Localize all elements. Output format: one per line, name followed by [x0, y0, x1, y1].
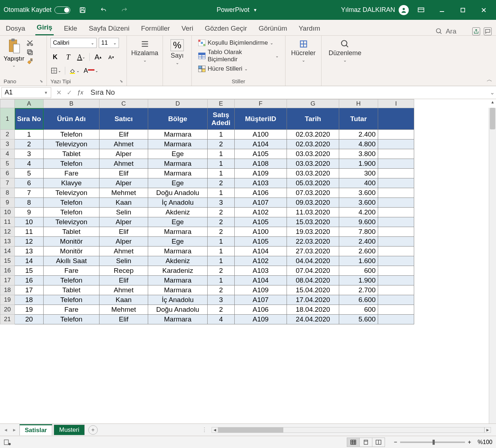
- cell-D10[interactable]: Akdeniz: [148, 208, 208, 217]
- cell-D18[interactable]: Marmara: [148, 285, 208, 295]
- cell-I3[interactable]: [378, 139, 414, 149]
- cell-A18[interactable]: 17: [15, 285, 44, 295]
- cell-I2[interactable]: [378, 130, 414, 139]
- cell-H2[interactable]: 2.400: [339, 130, 378, 139]
- font-color-button[interactable]: A⌄: [83, 66, 98, 75]
- page-layout-view-button[interactable]: [359, 438, 372, 447]
- vertical-scrollbar[interactable]: ▲: [489, 108, 496, 423]
- cell-A11[interactable]: 10: [15, 217, 44, 227]
- cell-B19[interactable]: Telefon: [44, 295, 99, 305]
- zoom-out-button[interactable]: −: [394, 439, 397, 445]
- cell-I17[interactable]: [378, 276, 414, 285]
- row-header-12[interactable]: 12: [0, 227, 15, 237]
- cell-F20[interactable]: A106: [235, 305, 287, 315]
- cell-I15[interactable]: [378, 256, 414, 266]
- cell-D12[interactable]: Marmara: [148, 227, 208, 237]
- header-cell-mid[interactable]: MüşteriID: [235, 108, 287, 130]
- cell-E18[interactable]: 2: [208, 285, 235, 295]
- cell-H4[interactable]: 3.800: [339, 149, 378, 159]
- cell-C18[interactable]: Ahmet: [99, 285, 148, 295]
- cell-H11[interactable]: 9.600: [339, 217, 378, 227]
- cell-I7[interactable]: [378, 178, 414, 188]
- clipboard-launcher[interactable]: ⬊: [40, 79, 43, 84]
- copy-button[interactable]: [26, 49, 34, 56]
- cell-F16[interactable]: A103: [235, 266, 287, 276]
- cell-G12[interactable]: 19.03.2020: [287, 227, 339, 237]
- maximize-button[interactable]: [454, 4, 471, 16]
- cell-H7[interactable]: 400: [339, 178, 378, 188]
- cell-B5[interactable]: Telefon: [44, 159, 99, 169]
- header-cell-sira[interactable]: Sıra No: [15, 108, 44, 130]
- format-painter-button[interactable]: [26, 58, 34, 65]
- cell-C19[interactable]: Kaan: [99, 295, 148, 305]
- cell-A14[interactable]: 13: [15, 247, 44, 256]
- col-header-A[interactable]: A: [15, 99, 44, 108]
- cell-C2[interactable]: Elif: [99, 130, 148, 139]
- font-size-combo[interactable]: 11⌄: [99, 38, 119, 48]
- sheet-tab-satislar[interactable]: Satislar: [19, 424, 52, 435]
- row-header-21[interactable]: 21: [0, 315, 15, 324]
- cancel-formula-button[interactable]: ✕: [56, 89, 62, 97]
- row-header-1[interactable]: 1: [0, 108, 15, 130]
- minimize-button[interactable]: [433, 4, 451, 16]
- cell-B2[interactable]: Telefon: [44, 130, 99, 139]
- cell-C11[interactable]: Alper: [99, 217, 148, 227]
- cell-G15[interactable]: 04.04.2020: [287, 256, 339, 266]
- cell-C16[interactable]: Recep: [99, 266, 148, 276]
- horizontal-scrollbar[interactable]: ◄►: [212, 427, 491, 433]
- cell-G18[interactable]: 15.04.2020: [287, 285, 339, 295]
- cell-G6[interactable]: 03.03.2020: [287, 169, 339, 178]
- col-header-G[interactable]: G: [287, 99, 339, 108]
- cell-A19[interactable]: 18: [15, 295, 44, 305]
- cell-C4[interactable]: Alper: [99, 149, 148, 159]
- cell-I14[interactable]: [378, 247, 414, 256]
- cell-D2[interactable]: Marmara: [148, 130, 208, 139]
- cell-G14[interactable]: 27.03.2020: [287, 247, 339, 256]
- cell-I19[interactable]: [378, 295, 414, 305]
- cell-G17[interactable]: 08.04.2020: [287, 276, 339, 285]
- cell-B17[interactable]: Telefon: [44, 276, 99, 285]
- undo-button[interactable]: [95, 4, 112, 16]
- cell-G10[interactable]: 11.03.2020: [287, 208, 339, 217]
- tab-help[interactable]: Yardım: [297, 22, 322, 35]
- cell-D9[interactable]: İç Anadolu: [148, 198, 208, 208]
- cell-E2[interactable]: 1: [208, 130, 235, 139]
- cell-C15[interactable]: Selin: [99, 256, 148, 266]
- record-macro-button[interactable]: [4, 439, 11, 445]
- paste-dropdown-icon[interactable]: ⌄: [12, 63, 15, 68]
- title-dropdown-icon[interactable]: ▼: [253, 8, 257, 13]
- tab-layout[interactable]: Sayfa Düzeni: [87, 22, 131, 35]
- tab-home[interactable]: Giriş: [35, 21, 54, 35]
- cell-G7[interactable]: 05.03.2020: [287, 178, 339, 188]
- cell-H5[interactable]: 1.900: [339, 159, 378, 169]
- cell-D8[interactable]: Doğu Anadolu: [148, 188, 208, 198]
- cell-E13[interactable]: 1: [208, 237, 235, 247]
- header-cell-tutar[interactable]: Tutar: [339, 108, 378, 130]
- cell-H10[interactable]: 4.200: [339, 208, 378, 217]
- cell-A5[interactable]: 4: [15, 159, 44, 169]
- row-header-18[interactable]: 18: [0, 285, 15, 295]
- cell-H6[interactable]: 300: [339, 169, 378, 178]
- tab-split-handle[interactable]: ⋮: [201, 426, 207, 433]
- cell-C21[interactable]: Elif: [99, 315, 148, 324]
- paste-icon[interactable]: [7, 38, 21, 54]
- col-header-E[interactable]: E: [208, 99, 235, 108]
- col-header-C[interactable]: C: [99, 99, 148, 108]
- number-format-button[interactable]: % Sayı ⌄: [168, 38, 187, 67]
- cell-E20[interactable]: 2: [208, 305, 235, 315]
- row-header-19[interactable]: 19: [0, 295, 15, 305]
- zoom-in-button[interactable]: +: [468, 439, 471, 445]
- cell-C3[interactable]: Ahmet: [99, 139, 148, 149]
- cell-D15[interactable]: Akdeniz: [148, 256, 208, 266]
- cell-F17[interactable]: A104: [235, 276, 287, 285]
- row-header-11[interactable]: 11: [0, 217, 15, 227]
- row-header-14[interactable]: 14: [0, 247, 15, 256]
- cell-D5[interactable]: Marmara: [148, 159, 208, 169]
- alignment-button[interactable]: Hizalama ⌄: [128, 38, 161, 64]
- cell-I21[interactable]: [378, 315, 414, 324]
- header-cell-satici[interactable]: Satıcı: [99, 108, 148, 130]
- shrink-font-button[interactable]: A▾: [106, 52, 116, 62]
- cell-C9[interactable]: Kaan: [99, 198, 148, 208]
- cell-F4[interactable]: A105: [235, 149, 287, 159]
- row-header-16[interactable]: 16: [0, 266, 15, 276]
